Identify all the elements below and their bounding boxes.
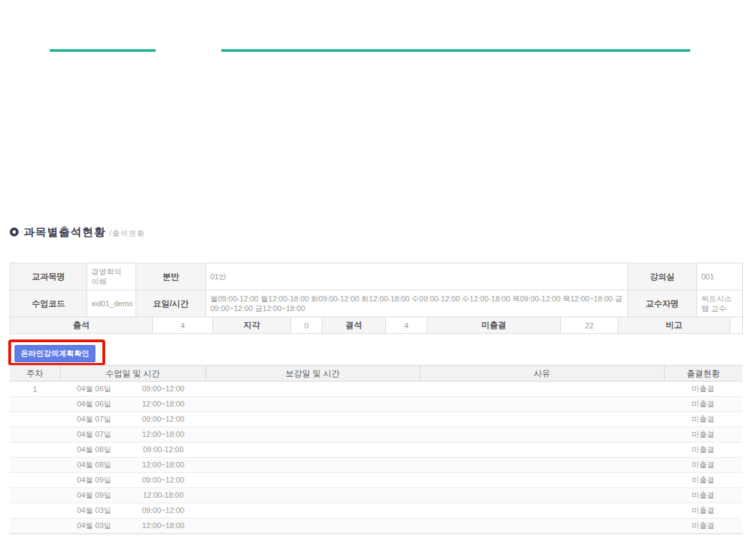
class-date: 04월 06일 xyxy=(64,384,124,394)
class-datetime: 04월 08일12:00~18:00 xyxy=(60,458,205,473)
week-number xyxy=(10,473,60,488)
makeup-datetime xyxy=(205,397,420,412)
table-row: 04월 03일09:00~12:00 미출결 xyxy=(10,503,742,519)
class-time: 12:00~18:00 xyxy=(124,460,202,469)
col-class-datetime: 수업일 및 시간 xyxy=(60,366,205,382)
weekly-table-header-row: 주차 수업일 및 시간 보강일 및 시간 사유 출결현황 xyxy=(10,366,742,382)
class-time: 09:00~12:00 xyxy=(124,415,202,423)
class-datetime: 04월 09일12:00-18:00 xyxy=(60,488,205,503)
reason xyxy=(420,473,664,488)
unrecorded-count: 22 xyxy=(561,317,618,334)
class-date: 04월 03일 xyxy=(64,505,124,516)
reason xyxy=(420,503,664,519)
table-row: 04월 09일12:00-18:00 미출결 xyxy=(10,488,742,503)
reason xyxy=(420,397,664,412)
week-number xyxy=(10,488,60,503)
schedule-label: 요일/시간 xyxy=(136,290,206,317)
makeup-datetime xyxy=(205,519,420,534)
class-datetime: 04월 09일09:00~12:00 xyxy=(60,473,205,488)
reason xyxy=(420,442,664,458)
status-value: 미출결 xyxy=(664,488,742,503)
tab-underline-right xyxy=(221,49,690,52)
class-datetime: 04월 03일12:00~18:00 xyxy=(60,519,205,534)
class-date: 04월 08일 xyxy=(64,460,124,470)
status-value: 미출결 xyxy=(664,397,742,412)
table-row: 1 04월 06일09:00~12:00 미출결 xyxy=(10,382,742,397)
class-code-label: 수업코드 xyxy=(10,290,87,317)
week-number: 1 xyxy=(10,382,60,397)
reason xyxy=(420,412,664,427)
makeup-datetime xyxy=(205,382,420,397)
makeup-datetime xyxy=(205,488,420,503)
status-value: 미출결 xyxy=(664,519,742,534)
table-row: 04월 08일12:00~18:00 미출결 xyxy=(10,458,742,473)
class-date: 04월 07일 xyxy=(64,414,124,424)
class-date: 04월 08일 xyxy=(64,445,124,455)
professor-label: 교수자명 xyxy=(628,290,697,317)
class-time: 09:00-12:00 xyxy=(124,445,202,454)
week-number xyxy=(10,458,60,473)
class-date: 04월 06일 xyxy=(64,399,124,409)
online-lecture-plan-button[interactable]: 온라인강의계획확인 xyxy=(15,345,95,362)
table-row: 04월 07일12:00~18:00 미출결 xyxy=(10,427,742,442)
class-datetime: 04월 08일09:00-12:00 xyxy=(60,442,205,458)
col-makeup-datetime: 보강일 및 시간 xyxy=(205,366,420,382)
table-row: 04월 09일09:00~12:00 미출결 xyxy=(10,473,742,488)
reason xyxy=(420,427,664,442)
present-count: 4 xyxy=(153,317,213,334)
class-code-value: xid01_demo xyxy=(87,290,136,317)
course-section-value: 01반 xyxy=(206,263,628,290)
class-time: 12:00-18:00 xyxy=(124,491,202,499)
note-value xyxy=(730,317,743,334)
table-row: 04월 08일09:00-12:00 미출결 xyxy=(10,442,742,458)
classroom-label: 강의실 xyxy=(628,263,697,290)
class-time: 09:00~12:00 xyxy=(124,476,202,484)
schedule-value: 월09:00-12:00 월12:00-18:00 화09:00-12:00 화… xyxy=(206,290,628,317)
makeup-datetime xyxy=(205,427,420,442)
week-number xyxy=(10,397,60,412)
weekly-table-body: 1 04월 06일09:00~12:00 미출결 04월 06일12:00~18… xyxy=(10,382,742,534)
professor-value: 씨드시스템 교수 xyxy=(697,290,743,317)
class-datetime: 04월 07일09:00~12:00 xyxy=(60,412,205,427)
absent-count: 4 xyxy=(386,317,427,334)
tab-underline-left xyxy=(50,49,156,52)
classroom-value: 001 xyxy=(697,263,743,290)
makeup-datetime xyxy=(205,503,420,519)
class-date: 04월 07일 xyxy=(64,429,124,440)
present-label: 출석 xyxy=(10,317,153,334)
class-date: 04월 09일 xyxy=(64,475,124,485)
status-value: 미출결 xyxy=(664,412,742,427)
class-date: 04월 03일 xyxy=(64,521,124,531)
attendance-stats-row: 출석 4 지각 0 결석 4 미출결 22 비고 xyxy=(10,317,743,334)
note-label: 비고 xyxy=(618,317,730,334)
class-time: 12:00~18:00 xyxy=(124,400,202,408)
status-value: 미출결 xyxy=(664,382,742,397)
class-datetime: 04월 07일12:00~18:00 xyxy=(60,427,205,442)
class-time: 09:00~12:00 xyxy=(124,506,202,514)
status-value: 미출결 xyxy=(664,427,742,442)
page-title: 과목별출석현황 xyxy=(24,226,106,238)
course-name-value: 경영학의 이해 xyxy=(87,263,136,290)
reason xyxy=(420,488,664,503)
section-header: 과목별출석현황/출석현황 xyxy=(10,225,145,240)
course-name-label: 교과목명 xyxy=(10,263,87,290)
week-number xyxy=(10,503,60,519)
table-row: 04월 07일09:00~12:00 미출결 xyxy=(10,412,742,427)
week-number xyxy=(10,519,60,534)
class-datetime: 04월 06일12:00~18:00 xyxy=(60,397,205,412)
status-value: 미출결 xyxy=(664,503,742,519)
week-number xyxy=(10,427,60,442)
attendance-stats-table: 출석 4 지각 0 결석 4 미출결 22 비고 xyxy=(10,317,743,334)
class-datetime: 04월 06일09:00~12:00 xyxy=(60,382,205,397)
col-week: 주차 xyxy=(10,366,60,382)
course-info-row: 교과목명 경영학의 이해 분반 01반 강의실 001 xyxy=(10,263,743,290)
absent-label: 결석 xyxy=(322,317,386,334)
class-datetime: 04월 03일09:00~12:00 xyxy=(60,503,205,519)
weekly-attendance-table: 주차 수업일 및 시간 보강일 및 시간 사유 출결현황 1 04월 06일09… xyxy=(10,365,742,534)
class-time: 09:00~12:00 xyxy=(124,384,202,393)
col-status: 출결현황 xyxy=(664,366,742,382)
class-time: 12:00~18:00 xyxy=(124,521,202,530)
unrecorded-label: 미출결 xyxy=(427,317,561,334)
course-section-label: 분반 xyxy=(136,263,206,290)
class-time: 12:00~18:00 xyxy=(124,430,202,438)
